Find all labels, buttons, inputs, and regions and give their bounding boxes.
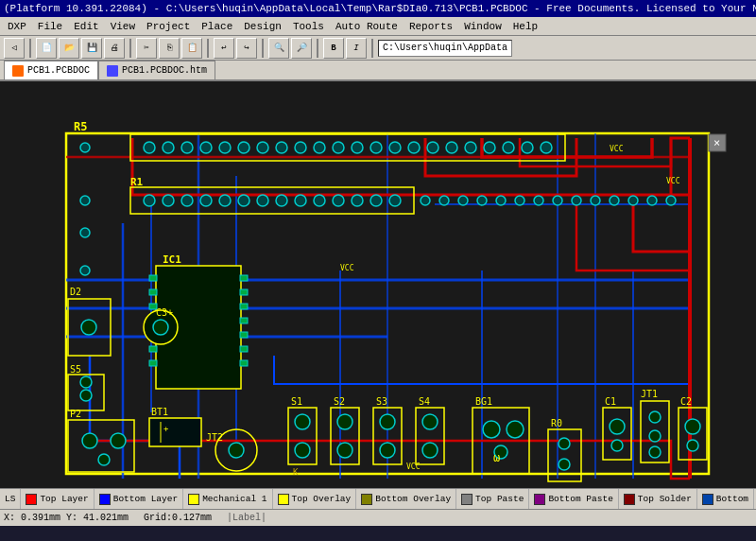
pcb-svg: + <box>0 81 756 488</box>
tb-undo-button[interactable]: ↩ <box>214 38 234 59</box>
menu-edit[interactable]: Edit <box>68 20 104 33</box>
top-layer-color <box>26 494 37 505</box>
svg-point-76 <box>153 320 168 335</box>
svg-point-49 <box>276 195 287 206</box>
layer-ls[interactable]: LS <box>0 489 21 509</box>
menu-autoroute[interactable]: Auto Route <box>330 20 404 33</box>
svg-point-115 <box>649 430 661 442</box>
tb-open-button[interactable]: 📂 <box>59 38 79 59</box>
label-s4: S4 <box>419 396 430 407</box>
layer-bottom-paste[interactable]: Bottom Paste <box>529 489 618 509</box>
layer-bottom-overlay[interactable]: Bottom Overlay <box>356 489 456 509</box>
menu-help[interactable]: Help <box>507 20 543 33</box>
tb-italic-button[interactable]: I <box>346 38 367 59</box>
menu-dxp[interactable]: DXP <box>2 20 32 33</box>
svg-text:+: + <box>163 424 169 433</box>
svg-point-29 <box>333 142 344 153</box>
label-c2: C2 <box>680 396 692 407</box>
svg-point-122 <box>458 196 468 205</box>
tb-sep-5 <box>317 39 318 58</box>
tb-sep-6 <box>371 39 373 58</box>
tb-print-button[interactable]: 🖨 <box>104 38 125 59</box>
layer-top[interactable]: Top Layer <box>21 489 94 509</box>
tb-new-button[interactable]: 📄 <box>36 38 57 59</box>
tab-label-htm: PCB1.PCBDOC.htm <box>122 65 207 76</box>
label-p2: P2 <box>70 409 81 419</box>
label-s1: S1 <box>291 396 302 407</box>
tb-bold-button[interactable]: B <box>323 38 344 59</box>
bottom-layer-color <box>99 494 111 505</box>
svg-text:VCC: VCC <box>406 462 421 471</box>
svg-rect-69 <box>240 289 248 295</box>
tb-copy-button[interactable]: ⎘ <box>159 38 180 59</box>
menu-project[interactable]: Project <box>141 20 196 33</box>
layer-top-solder[interactable]: Top Solder <box>619 489 697 509</box>
svg-point-111 <box>610 419 625 434</box>
menu-design[interactable]: Design <box>238 20 287 33</box>
svg-text:K: K <box>293 467 299 477</box>
menu-tools[interactable]: Tools <box>287 20 330 33</box>
pcb-canvas[interactable]: + <box>0 81 756 488</box>
label-s5: S5 <box>70 364 81 375</box>
tb-zoom-in-button[interactable]: 🔍 <box>268 38 289 59</box>
coords-text: X: 0.391mm Y: 41.021mm <box>4 513 129 523</box>
tb-paste-button[interactable]: 📋 <box>181 38 202 59</box>
tb-back-button[interactable]: ◁ <box>4 38 25 59</box>
svg-point-85 <box>98 454 110 465</box>
menu-bar: DXP File Edit View Project Place Design … <box>0 17 756 36</box>
layer-bottom2[interactable]: Bottom <box>697 489 754 509</box>
svg-point-80 <box>80 376 92 388</box>
svg-point-53 <box>352 195 363 206</box>
menu-reports[interactable]: Reports <box>404 20 458 33</box>
layer-top-paste[interactable]: Top Paste <box>456 489 529 509</box>
svg-point-59 <box>80 266 90 275</box>
layer-bottom[interactable]: Bottom Layer <box>94 489 183 509</box>
title-text: (Platform 10.391.22084) - C:\Users\huqin… <box>4 3 756 14</box>
svg-rect-73 <box>240 346 248 352</box>
svg-point-57 <box>80 196 90 205</box>
tb-save-button[interactable]: 💾 <box>81 38 102 59</box>
top-layer-label: Top Layer <box>40 494 88 504</box>
tb-redo-button[interactable]: ↪ <box>236 38 257 59</box>
svg-point-27 <box>295 142 306 153</box>
tb-cut-button[interactable]: ✂ <box>136 38 157 59</box>
svg-rect-86 <box>149 418 201 446</box>
svg-point-131 <box>628 196 638 205</box>
svg-point-25 <box>257 142 268 153</box>
menu-file[interactable]: File <box>32 20 68 33</box>
svg-point-21 <box>181 142 193 153</box>
svg-point-133 <box>666 196 676 205</box>
top-solder-color <box>624 494 635 505</box>
label-bt1: BT1 <box>151 407 168 417</box>
svg-point-129 <box>591 196 600 205</box>
svg-text:×: × <box>713 136 720 149</box>
svg-point-40 <box>541 142 552 153</box>
svg-text:ω: ω <box>493 451 500 464</box>
layer-top-overlay[interactable]: Top Overlay <box>273 489 357 509</box>
svg-point-52 <box>333 195 344 206</box>
tab-pcb1-htm[interactable]: PCB1.PCBDOC.htm <box>98 61 215 79</box>
svg-point-54 <box>370 195 382 206</box>
tb-zoom-out-button[interactable]: 🔎 <box>291 38 312 59</box>
menu-place[interactable]: Place <box>196 20 238 33</box>
top-overlay-label: Top Overlay <box>292 494 352 504</box>
svg-point-44 <box>181 195 193 206</box>
tab-pcb1-pcbdoc[interactable]: PCB1.PCBDOC <box>4 61 98 79</box>
svg-point-92 <box>295 414 310 429</box>
svg-point-98 <box>380 414 395 429</box>
layer-mech1[interactable]: Mechanical 1 <box>183 489 272 509</box>
extra-label: |Label| <box>227 513 266 523</box>
path-text[interactable]: C:\Users\huqin\AppData <box>378 40 512 57</box>
svg-point-36 <box>465 142 476 153</box>
svg-point-26 <box>276 142 287 153</box>
svg-point-121 <box>439 196 449 205</box>
svg-point-42 <box>144 195 155 206</box>
menu-view[interactable]: View <box>105 20 141 33</box>
svg-point-104 <box>483 421 500 438</box>
svg-point-30 <box>352 142 363 153</box>
menu-window[interactable]: Window <box>458 20 507 33</box>
label-r0: R0 <box>551 418 562 428</box>
svg-point-114 <box>649 411 661 423</box>
bottom2-label: Bottom <box>716 494 748 504</box>
label-bg1: BG1 <box>475 396 492 407</box>
